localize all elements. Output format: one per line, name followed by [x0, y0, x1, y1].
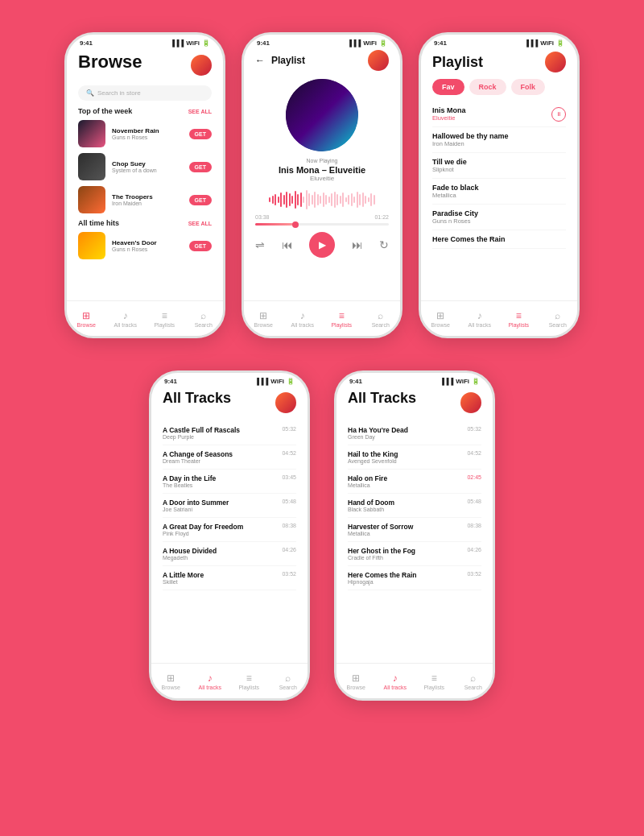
- home-icon: [352, 673, 360, 684]
- tli-artist: Pink Floyd: [163, 531, 243, 536]
- get-button[interactable]: GET: [189, 162, 212, 172]
- nav-browse[interactable]: Browse: [336, 664, 376, 698]
- nav-all-tracks[interactable]: All tracks: [106, 301, 146, 336]
- browse-screen: Browse 🔍 Search in store Top of the week…: [67, 48, 223, 311]
- nav-search[interactable]: Search: [539, 301, 578, 336]
- nav-browse[interactable]: Browse: [67, 301, 106, 336]
- battery-icon: 🔋: [379, 39, 387, 47]
- music-icon: [477, 310, 482, 321]
- tli-name: Ha Ha You're Dead: [348, 426, 408, 434]
- get-button[interactable]: GET: [189, 129, 212, 139]
- battery-icon: 🔋: [472, 378, 480, 385]
- track-thumb: [78, 153, 105, 180]
- get-button[interactable]: GET: [189, 195, 212, 205]
- battery-icon: 🔋: [202, 39, 210, 47]
- genre-rock[interactable]: Rock: [469, 79, 506, 95]
- search-nav-icon: [470, 673, 476, 684]
- nav-label: Search: [195, 322, 213, 328]
- tli-artist: Megadeth: [163, 555, 217, 561]
- tli-name: A Castle Full of Rascals: [163, 426, 240, 434]
- home-icon: [259, 310, 267, 321]
- all-time-label: All time hits: [78, 219, 119, 227]
- status-bar-at1: 9:41 ▐▐▐ WiFi 🔋: [151, 373, 308, 387]
- all-tracks-screen-1: All Tracks A Castle Full of Rascals Deep…: [151, 387, 308, 673]
- playlist-icon: [339, 310, 345, 321]
- nav-all-tracks[interactable]: All tracks: [283, 301, 323, 336]
- back-button[interactable]: ←: [255, 55, 265, 66]
- now-playing-label: Now Playing: [255, 158, 389, 163]
- track-name: Heaven's Door: [112, 239, 183, 246]
- tli-name: A House Divided: [163, 547, 217, 555]
- nav-bar: Browse All tracks Playlists Search: [421, 300, 577, 336]
- genre-fav[interactable]: Fav: [432, 79, 464, 95]
- prev-icon[interactable]: ⏮: [282, 238, 293, 251]
- time-end: 01:22: [374, 214, 389, 220]
- nav-playlists[interactable]: Playlists: [145, 301, 184, 336]
- play-button[interactable]: ▶: [309, 232, 335, 258]
- tli-artist: Dream Theater: [163, 458, 233, 464]
- tli-artist: Joe Satriani: [163, 507, 229, 512]
- search-nav-icon: [555, 310, 560, 321]
- pause-button[interactable]: ⏸: [551, 107, 566, 122]
- search-bar[interactable]: 🔍 Search in store: [78, 85, 212, 101]
- nav-label: All tracks: [469, 322, 491, 328]
- nav-playlists[interactable]: Playlists: [322, 301, 361, 336]
- next-icon[interactable]: ⏭: [352, 238, 363, 251]
- tracks-list-item: A Day in the Life The Beatles 03:45: [163, 470, 296, 494]
- music-icon: [393, 673, 398, 684]
- tracks-list-item: A Change of Seasons Dream Theater 04:52: [163, 445, 296, 470]
- nav-label: Playlists: [331, 322, 352, 328]
- nav-search[interactable]: Search: [184, 301, 224, 336]
- track-name: The Troopers: [112, 193, 183, 201]
- nav-all-tracks[interactable]: All tracks: [376, 664, 415, 698]
- shuffle-icon[interactable]: ⇌: [255, 238, 265, 251]
- avatar: [545, 52, 566, 72]
- playlist-item: Paradise City Guns n Roses: [432, 205, 566, 230]
- nav-label: Search: [372, 322, 390, 328]
- home-icon: [436, 310, 444, 321]
- see-all-hits[interactable]: SEE ALL: [188, 221, 212, 226]
- nav-all-tracks[interactable]: All tracks: [460, 301, 500, 336]
- nav-browse[interactable]: Browse: [244, 301, 283, 336]
- nav-playlists[interactable]: Playlists: [229, 664, 269, 698]
- pl-item-artist: Guns n Roses: [432, 217, 566, 225]
- nav-label: Browse: [162, 685, 180, 690]
- get-button[interactable]: GET: [189, 241, 212, 251]
- signal-icon: ▐▐▐: [524, 39, 538, 47]
- playlist-icon: [431, 673, 437, 684]
- tli-duration: 03:52: [282, 571, 296, 577]
- signal-icon: ▐▐▐: [170, 39, 184, 47]
- tli-duration: 05:48: [467, 499, 481, 504]
- top-week-label: Top of the week: [78, 107, 132, 115]
- nav-all-tracks[interactable]: All tracks: [191, 664, 230, 698]
- nav-search[interactable]: Search: [361, 301, 401, 336]
- all-tracks-phone-2: 9:41 ▐▐▐ WiFi 🔋 All Tracks Ha Ha You're …: [334, 370, 495, 701]
- nav-playlists[interactable]: Playlists: [499, 301, 539, 336]
- nav-label: All tracks: [384, 685, 407, 690]
- nav-browse[interactable]: Browse: [151, 664, 191, 698]
- music-icon: [208, 673, 213, 684]
- nav-playlists[interactable]: Playlists: [415, 664, 454, 698]
- nav-bar: Browse All tracks Playlists Search: [151, 663, 308, 698]
- progress-bar[interactable]: [255, 223, 389, 226]
- wifi-icon: WiFi: [363, 39, 377, 47]
- nav-browse[interactable]: Browse: [421, 301, 460, 336]
- see-all-top[interactable]: SEE ALL: [188, 109, 212, 114]
- nav-search[interactable]: Search: [454, 664, 493, 698]
- controls-row: ⇌ ⏮ ▶ ⏭ ↻: [255, 232, 389, 258]
- track-artist: Iron Maiden: [112, 201, 183, 206]
- nav-search[interactable]: Search: [269, 664, 308, 698]
- tli-duration: 05:32: [467, 426, 481, 432]
- status-time: 9:41: [349, 378, 362, 385]
- tli-duration: 03:52: [467, 571, 481, 577]
- tli-duration: 04:52: [282, 450, 296, 456]
- status-bar-pl: 9:41 ▐▐▐ WiFi 🔋: [421, 35, 577, 48]
- nav-label: All tracks: [114, 322, 137, 328]
- genre-folk[interactable]: Folk: [511, 79, 546, 95]
- now-playing-artist: Eluveitie: [255, 175, 389, 182]
- battery-icon: 🔋: [287, 378, 295, 385]
- track-name: Chop Suey: [112, 160, 183, 168]
- repeat-icon[interactable]: ↻: [379, 238, 389, 251]
- tli-duration: 08:38: [467, 523, 481, 528]
- pl-item-artist: Eluveitie: [432, 114, 466, 122]
